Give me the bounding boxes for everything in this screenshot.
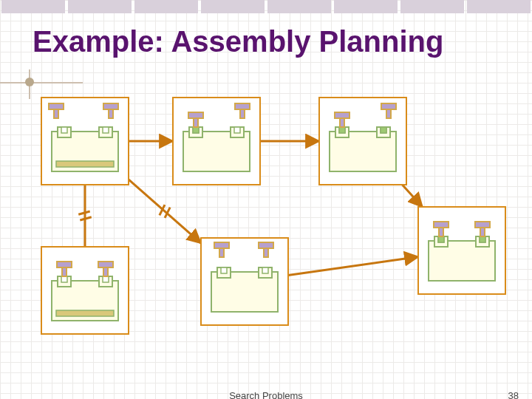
edge (402, 185, 422, 207)
bar-piece (56, 310, 114, 316)
svg-rect-50 (219, 248, 224, 257)
svg-rect-61 (434, 222, 449, 228)
svg-rect-20 (240, 109, 245, 118)
svg-rect-9 (109, 109, 113, 118)
svg-rect-49 (214, 242, 229, 248)
assembly-state (418, 207, 505, 294)
assembly-graph (0, 0, 532, 399)
svg-rect-16 (234, 127, 240, 133)
edge (288, 256, 418, 275)
svg-rect-7 (54, 109, 58, 118)
svg-rect-62 (439, 228, 443, 236)
svg-rect-63 (475, 222, 490, 228)
svg-rect-29 (335, 112, 349, 118)
svg-rect-14 (193, 127, 199, 133)
svg-rect-32 (386, 109, 391, 118)
svg-rect-25 (339, 127, 345, 133)
svg-rect-31 (381, 103, 396, 109)
cut-mark (80, 217, 91, 220)
svg-rect-30 (340, 118, 344, 127)
svg-rect-28 (381, 127, 386, 133)
svg-rect-64 (480, 228, 485, 236)
assembly-state (319, 98, 406, 185)
svg-rect-51 (259, 242, 273, 248)
svg-rect-5 (103, 127, 109, 133)
svg-rect-41 (98, 262, 113, 267)
assembly-state (201, 238, 288, 325)
page-number: 38 (508, 390, 519, 399)
svg-rect-19 (235, 103, 250, 109)
svg-rect-3 (61, 127, 67, 133)
assembly-state (173, 98, 260, 185)
svg-rect-8 (103, 103, 118, 109)
svg-rect-6 (49, 103, 64, 109)
edge (129, 180, 201, 243)
svg-rect-38 (103, 276, 109, 282)
cut-mark (78, 211, 89, 214)
assembly-state (41, 247, 129, 334)
svg-rect-17 (188, 112, 203, 118)
svg-rect-52 (264, 248, 268, 257)
svg-rect-40 (62, 267, 66, 276)
svg-rect-42 (103, 267, 108, 276)
svg-rect-48 (262, 267, 268, 273)
svg-rect-57 (438, 236, 444, 242)
footer-center: Search Problems (229, 390, 303, 399)
svg-rect-60 (480, 236, 485, 242)
svg-rect-46 (221, 267, 227, 273)
svg-rect-18 (194, 118, 198, 127)
bar-piece (56, 161, 114, 167)
assembly-state (41, 98, 129, 185)
svg-rect-39 (57, 262, 72, 267)
svg-rect-36 (61, 276, 67, 282)
